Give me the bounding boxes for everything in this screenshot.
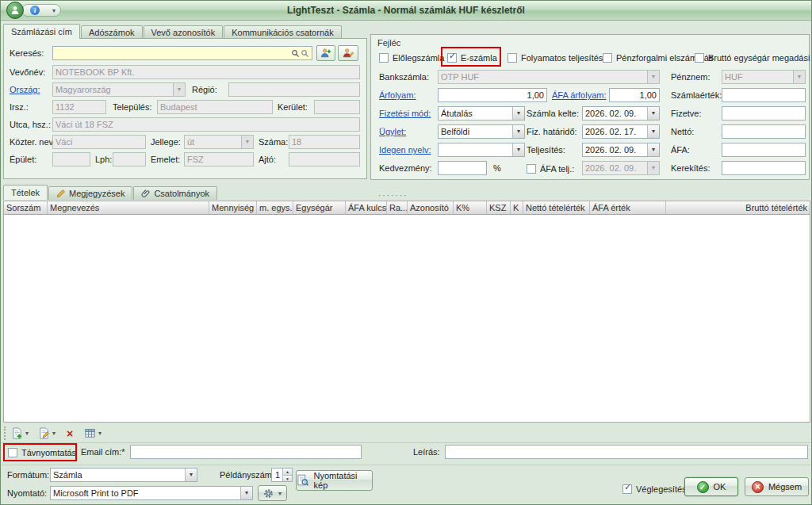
add-customer-button[interactable]	[316, 45, 335, 61]
grid-col-k[interactable]: K	[511, 201, 523, 214]
grid-col-ksz[interactable]: KSZ	[487, 201, 511, 214]
grid-col-mennyiseg[interactable]: Mennyiség	[209, 201, 257, 214]
chevron-down-icon[interactable]	[512, 107, 524, 120]
foreign-language-link[interactable]: Idegen nyelv:	[379, 143, 431, 157]
transaction-link[interactable]: Ügylet:	[379, 124, 406, 139]
exchange-rate-link[interactable]: Árfolyam:	[379, 88, 416, 102]
format-select[interactable]: Számla	[50, 468, 197, 482]
tab-megjegyzesek[interactable]: Megjegyzések	[48, 186, 132, 200]
chevron-down-icon[interactable]	[25, 430, 29, 437]
house-number-field[interactable]: 18	[289, 135, 360, 149]
delete-item-button[interactable]	[64, 425, 75, 442]
advanced-search-icon[interactable]	[301, 49, 309, 58]
tab-adoszamok[interactable]: Adószámok	[81, 25, 142, 39]
due-date-picker[interactable]: 2026. 02. 17.	[582, 124, 660, 139]
vat-amount-field[interactable]	[722, 143, 806, 157]
printer-settings-button[interactable]	[258, 485, 287, 501]
payment-method-link[interactable]: Fizetési mód:	[379, 106, 431, 121]
finalize-checkbox[interactable]: Véglegesítés	[622, 483, 687, 495]
continuous-fulfillment-checkbox[interactable]: Folyamatos teljesítés	[508, 52, 603, 63]
chevron-down-icon[interactable]	[241, 136, 253, 148]
fulfillment-date-picker[interactable]: 2026. 02. 09.	[582, 143, 660, 157]
grid-col-raktar[interactable]: Ra...	[387, 201, 408, 214]
chevron-down-icon[interactable]	[278, 490, 282, 497]
street-field[interactable]: Váci út 18 FSZ	[52, 117, 360, 132]
vat-fulfillment-date-picker[interactable]: 2026. 02. 09.	[582, 161, 660, 175]
copies-stepper[interactable]: 1	[271, 468, 293, 482]
description-input[interactable]	[445, 445, 808, 459]
door-field[interactable]	[289, 152, 360, 166]
chevron-down-icon[interactable]	[512, 125, 524, 138]
grid-col-azonosito[interactable]: Azonosító	[408, 201, 454, 214]
edit-item-button[interactable]	[36, 425, 58, 442]
tab-csatolmanyok[interactable]: Csatolmányok	[133, 186, 217, 200]
spin-down-icon[interactable]	[282, 475, 292, 481]
grid-col-afaertek[interactable]: ÁFA érték	[590, 201, 666, 214]
chevron-down-icon[interactable]	[98, 430, 102, 437]
city-field[interactable]: Budapest	[157, 100, 273, 114]
email-input[interactable]	[130, 445, 362, 459]
chevron-down-icon[interactable]	[647, 125, 659, 138]
public-area-field[interactable]: Váci	[52, 135, 146, 149]
tab-tetelek[interactable]: Tételek	[3, 185, 48, 200]
chevron-down-icon[interactable]	[512, 143, 524, 156]
tab-szamlazasi-cim[interactable]: Számlázási cím	[3, 24, 80, 39]
country-link[interactable]: Ország:	[10, 82, 40, 97]
currency-select[interactable]: HUF	[722, 70, 806, 84]
advance-invoice-checkbox[interactable]: Előlegszámla	[379, 52, 444, 63]
e-invoice-checkbox[interactable]: E-számla	[447, 52, 497, 63]
chevron-down-icon[interactable]	[240, 487, 252, 499]
cancel-button[interactable]: Mégsem	[745, 477, 809, 496]
toolbar-grip[interactable]	[4, 427, 6, 440]
printer-select[interactable]: Microsoft Print to PDF	[50, 486, 253, 500]
app-logo-button[interactable]	[6, 2, 24, 19]
district-field[interactable]	[314, 100, 360, 114]
search-icon[interactable]	[291, 49, 300, 58]
grid-col-megnevezes[interactable]: Megnevezés	[48, 201, 209, 214]
remote-print-checkbox[interactable]: Távnyomtatás	[8, 446, 76, 458]
chevron-down-icon[interactable]	[52, 430, 56, 437]
zip-field[interactable]: 1132	[52, 100, 106, 114]
building-field[interactable]	[52, 152, 90, 166]
area-type-select[interactable]: út	[184, 135, 254, 149]
bank-account-select[interactable]: OTP HUF	[438, 70, 660, 84]
grid-options-button[interactable]	[82, 425, 104, 442]
paid-field[interactable]	[722, 106, 806, 121]
spin-up-icon[interactable]	[282, 469, 292, 475]
grid-col-kpercent[interactable]: K%	[454, 201, 487, 214]
vat-exchange-rate-link[interactable]: ÁFA árfolyam:	[552, 88, 606, 102]
region-field[interactable]	[228, 82, 360, 97]
discount-field[interactable]	[438, 161, 487, 175]
net-field[interactable]	[722, 124, 806, 139]
chevron-down-icon[interactable]	[647, 162, 659, 174]
items-grid-body[interactable]	[3, 215, 810, 423]
invoice-value-field[interactable]	[722, 88, 806, 102]
chevron-down-icon[interactable]	[647, 143, 659, 156]
tab-kommunikacios-csatornak[interactable]: Kommunikációs csatornák	[224, 25, 341, 39]
floor-field[interactable]: FSZ	[184, 152, 254, 166]
vat-exchange-rate-field[interactable]: 1,00	[609, 88, 660, 102]
vat-fulfillment-checkbox[interactable]: ÁFA telj.:	[527, 163, 574, 174]
ok-button[interactable]: OK	[684, 477, 738, 496]
payment-method-select[interactable]: Átutalás	[438, 106, 525, 121]
print-preview-button[interactable]: Nyomtatási kép	[296, 470, 373, 491]
country-select[interactable]: Magyarország	[52, 82, 186, 97]
splitter-grip[interactable]	[378, 193, 408, 198]
rounding-field[interactable]	[722, 161, 806, 175]
customer-name-field[interactable]: NOTEBOOK BP Kft.	[52, 65, 360, 79]
tab-vevo-azonositok[interactable]: Vevő azonosítók	[144, 25, 224, 39]
add-item-button[interactable]	[9, 425, 31, 442]
grid-col-brutto[interactable]: Bruttó tételérték	[666, 201, 810, 214]
foreign-language-select[interactable]	[438, 143, 525, 157]
grid-col-netto[interactable]: Nettó tételérték	[523, 201, 590, 214]
gross-unit-price-checkbox[interactable]: Bruttó egységár megadási mód	[695, 52, 812, 63]
chevron-down-icon[interactable]	[173, 83, 185, 96]
search-input[interactable]	[52, 46, 312, 60]
exchange-rate-field[interactable]: 1,00	[438, 88, 547, 102]
chevron-down-icon[interactable]	[647, 71, 659, 83]
grid-col-egysegar[interactable]: Egységár	[293, 201, 346, 214]
chevron-down-icon[interactable]	[647, 107, 659, 120]
grid-col-sorszam[interactable]: Sorszám	[4, 201, 48, 214]
grid-col-megys[interactable]: m. egys.	[257, 201, 293, 214]
chevron-down-icon[interactable]	[185, 469, 197, 481]
